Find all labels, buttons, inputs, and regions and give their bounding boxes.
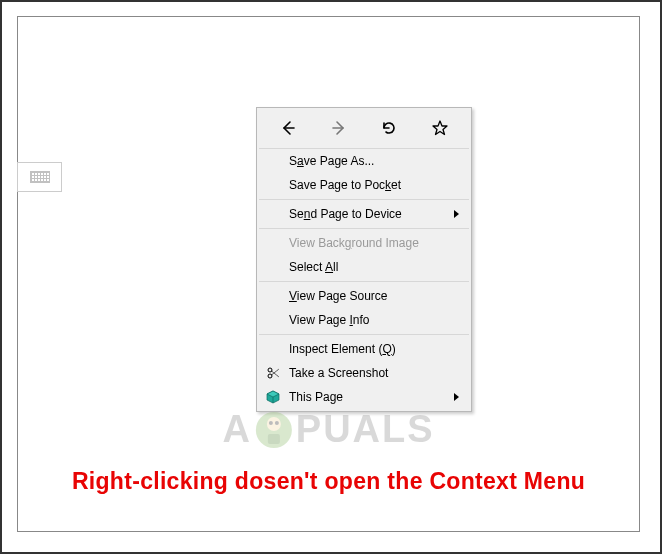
menu-separator	[259, 281, 469, 282]
svg-line-4	[272, 371, 280, 377]
chevron-right-icon	[454, 393, 459, 401]
svg-point-11	[275, 421, 279, 425]
scissors-icon	[265, 365, 281, 381]
star-icon	[431, 119, 449, 137]
menu-item[interactable]: View Page Source	[259, 284, 469, 308]
bookmark-button[interactable]	[422, 116, 458, 140]
reload-icon	[380, 119, 398, 137]
menu-item[interactable]: Select All	[259, 255, 469, 279]
watermark-right: PUALS	[296, 408, 435, 451]
caption-text: Right-clicking dosen't open the Context …	[72, 468, 585, 495]
svg-point-10	[269, 421, 273, 425]
svg-line-5	[272, 369, 280, 375]
menu-separator	[259, 334, 469, 335]
forward-button[interactable]	[321, 116, 357, 140]
menu-separator	[259, 199, 469, 200]
menu-item[interactable]: This Page	[259, 385, 469, 409]
svg-point-8	[267, 417, 281, 431]
menu-item[interactable]: Inspect Element (Q)	[259, 337, 469, 361]
context-menu: Save Page As...Save Page to PocketSend P…	[256, 107, 472, 412]
keyboard-icon	[30, 171, 50, 183]
watermark-logo-icon	[254, 410, 294, 450]
arrow-left-icon	[279, 119, 297, 137]
watermark: A PUALS	[222, 408, 434, 451]
reload-button[interactable]	[371, 116, 407, 140]
menu-item[interactable]: Send Page to Device	[259, 202, 469, 226]
back-button[interactable]	[270, 116, 306, 140]
menu-item[interactable]: Save Page As...	[259, 149, 469, 173]
context-menu-toolbar	[259, 110, 469, 149]
arrow-right-icon	[330, 119, 348, 137]
onscreen-keyboard-tab[interactable]	[17, 162, 62, 192]
chevron-right-icon	[454, 210, 459, 218]
content-frame: Save Page As...Save Page to PocketSend P…	[17, 16, 640, 532]
watermark-left: A	[222, 408, 251, 451]
menu-item[interactable]: View Page Info	[259, 308, 469, 332]
menu-item: View Background Image	[259, 231, 469, 255]
menu-item[interactable]: Save Page to Pocket	[259, 173, 469, 197]
menu-separator	[259, 228, 469, 229]
menu-item[interactable]: Take a Screenshot	[259, 361, 469, 385]
cube-icon	[265, 389, 281, 405]
svg-rect-9	[268, 434, 280, 444]
